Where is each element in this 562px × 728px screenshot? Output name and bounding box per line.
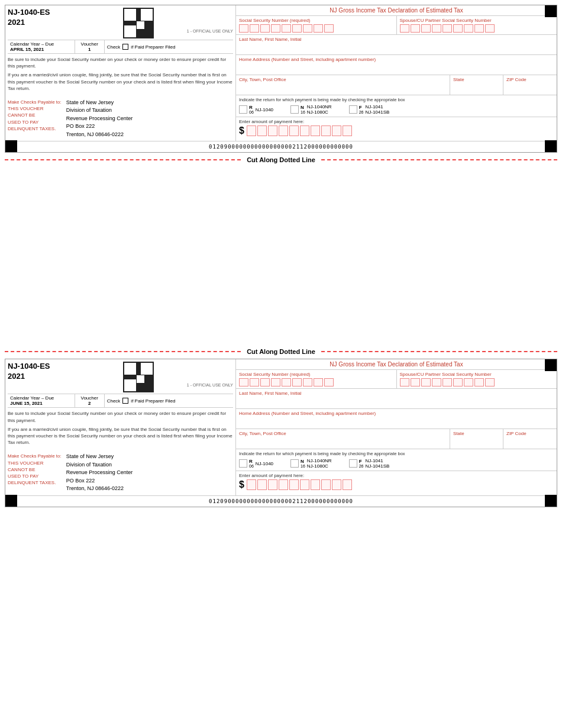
- ssn-box[interactable]: [400, 24, 409, 33]
- cut-line-2: Cut Along Dotted Line: [5, 348, 557, 355]
- cut-line-dashes-2: [321, 159, 557, 160]
- last-name-input-1[interactable]: [239, 42, 554, 53]
- ssn-box[interactable]: [239, 24, 248, 33]
- ssn-box[interactable]: [282, 378, 291, 386]
- official-use-1: 1 - OFFICIAL USE ONLY: [187, 29, 233, 33]
- ssn-box[interactable]: [443, 378, 452, 386]
- ssn-box[interactable]: [303, 378, 312, 386]
- payment-box[interactable]: [343, 125, 352, 136]
- ssn-box[interactable]: [271, 24, 280, 33]
- ssn-box[interactable]: [260, 378, 270, 386]
- instructions-1: Be sure to include your Social Security …: [8, 54, 233, 96]
- payment-row-1: Enter amount of payment here: $: [236, 117, 557, 138]
- zip-cell-1: ZIP Code: [503, 75, 557, 95]
- ssn-boxes-1: [239, 24, 393, 33]
- ssn-box[interactable]: [324, 378, 334, 386]
- payment-box[interactable]: [268, 479, 277, 490]
- option-r-box-2[interactable]: [239, 459, 247, 468]
- payment-box[interactable]: [343, 479, 352, 490]
- payment-box[interactable]: [268, 125, 277, 136]
- cut-line-dashes-3: [5, 351, 241, 352]
- ssn-box[interactable]: [411, 378, 420, 386]
- city-input-2[interactable]: [239, 436, 447, 447]
- ssn-box[interactable]: [239, 378, 248, 386]
- payment-box[interactable]: [247, 125, 256, 136]
- ssn-box[interactable]: [474, 24, 484, 33]
- option-r-box-1[interactable]: [239, 105, 247, 114]
- ssn-box[interactable]: [421, 378, 431, 386]
- payment-box[interactable]: [311, 125, 320, 136]
- ssn-box[interactable]: [453, 378, 463, 386]
- payment-box[interactable]: [279, 479, 288, 490]
- last-name-input-2[interactable]: [239, 396, 554, 407]
- corner-br-sq-2: [545, 495, 557, 507]
- ssn-box[interactable]: [464, 24, 473, 33]
- state-input-2[interactable]: [453, 436, 500, 447]
- ssn-box[interactable]: [474, 378, 484, 386]
- payment-box[interactable]: [332, 125, 341, 136]
- ssn-box[interactable]: [411, 24, 420, 33]
- option-f-box-1[interactable]: [349, 105, 357, 114]
- payment-box[interactable]: [257, 125, 267, 136]
- ssn-box[interactable]: [432, 24, 441, 33]
- state-input-1[interactable]: [453, 82, 500, 93]
- payment-box[interactable]: [289, 479, 299, 490]
- home-address-input-1[interactable]: [239, 62, 554, 73]
- payment-box[interactable]: [279, 125, 288, 136]
- option-f-box-2[interactable]: [349, 459, 357, 468]
- ssn-box[interactable]: [400, 378, 409, 386]
- ssn-box[interactable]: [314, 378, 323, 386]
- option-n-box-1[interactable]: [290, 105, 299, 114]
- make-checks-label-2: Make Checks Payable to: THIS VOUCHER CAN…: [8, 453, 62, 493]
- ssn-box[interactable]: [314, 24, 323, 33]
- indicate-row-2: Indicate the return for which payment is…: [236, 449, 557, 471]
- ssn-box[interactable]: [464, 378, 473, 386]
- state-cell-1: State: [450, 75, 503, 95]
- ssn-box[interactable]: [324, 24, 334, 33]
- state-cell-2: State: [450, 429, 503, 449]
- payment-box[interactable]: [311, 479, 320, 490]
- ssn-box[interactable]: [443, 24, 452, 33]
- ssn-box[interactable]: [292, 378, 302, 386]
- city-row-1: City, Town, Post Office State ZIP Code: [236, 75, 557, 95]
- paid-preparer-checkbox-1[interactable]: [122, 44, 128, 50]
- payment-box[interactable]: [247, 479, 256, 490]
- payment-box[interactable]: [321, 125, 331, 136]
- payment-box[interactable]: [257, 479, 267, 490]
- zip-input-2[interactable]: [506, 436, 554, 447]
- option-n-2: N 16 NJ-1040NR NJ-1080C: [290, 458, 332, 469]
- zip-input-1[interactable]: [506, 82, 554, 93]
- option-r-2: R 06 NJ-1040: [239, 459, 273, 468]
- ssn-box[interactable]: [485, 378, 495, 386]
- make-checks-1: Make Checks Payable to: THIS VOUCHER CAN…: [8, 99, 233, 139]
- home-address-row-2: Home Address (Number and Street, includi…: [236, 409, 557, 429]
- payment-input-1: $: [239, 125, 554, 136]
- payment-box[interactable]: [332, 479, 341, 490]
- corner-br-sq-1: [545, 140, 557, 152]
- city-input-1[interactable]: [239, 82, 447, 93]
- ssn-box[interactable]: [292, 24, 302, 33]
- home-address-cell-1: Home Address (Number and Street, includi…: [236, 55, 557, 75]
- paid-preparer-checkbox-2[interactable]: [122, 398, 128, 404]
- ssn-box[interactable]: [282, 24, 291, 33]
- payment-box[interactable]: [300, 479, 309, 490]
- ssn-box[interactable]: [303, 24, 312, 33]
- home-address-input-2[interactable]: [239, 416, 554, 427]
- payment-box[interactable]: [289, 125, 299, 136]
- option-n-box-2[interactable]: [290, 459, 299, 468]
- city-row-2: City, Town, Post Office State ZIP Code: [236, 429, 557, 449]
- qr-code-1: [123, 8, 154, 38]
- ssn-box[interactable]: [453, 24, 463, 33]
- ssn-box[interactable]: [421, 24, 431, 33]
- ssn-box[interactable]: [432, 378, 441, 386]
- ssn-box[interactable]: [250, 24, 259, 33]
- ssn-box[interactable]: [260, 24, 270, 33]
- payment-box[interactable]: [321, 479, 331, 490]
- ssn-cell-1: Social Security Number (required): [236, 16, 397, 34]
- ssn-box[interactable]: [250, 378, 259, 386]
- ssn-box[interactable]: [485, 24, 495, 33]
- payment-box[interactable]: [300, 125, 309, 136]
- ssn-box[interactable]: [271, 378, 280, 386]
- ssn-boxes-2: [239, 378, 393, 386]
- cal-voucher-1: Voucher 1: [75, 40, 105, 53]
